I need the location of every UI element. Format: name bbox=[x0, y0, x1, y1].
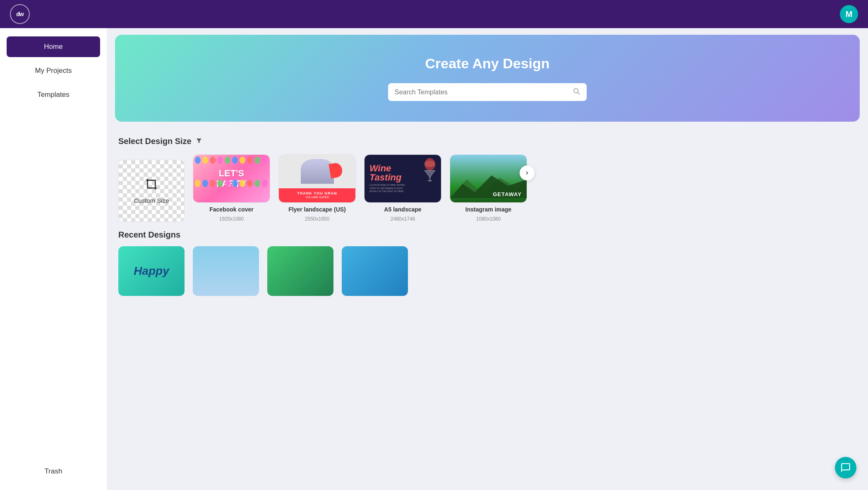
recent-design-card-4[interactable] bbox=[342, 246, 408, 296]
design-card-custom[interactable]: Custom Size bbox=[118, 160, 185, 222]
facebook-cover-dimensions: 1920x1080 bbox=[219, 216, 244, 222]
svg-point-4 bbox=[424, 161, 435, 167]
recent-card-1-text: Happy bbox=[130, 261, 173, 281]
main-layout: Home My Projects Templates Trash Create … bbox=[0, 28, 868, 490]
recent-designs-title: Recent Designs bbox=[118, 230, 856, 240]
wine-glass-illustration bbox=[424, 158, 436, 183]
chat-button[interactable] bbox=[835, 457, 856, 478]
a5-preview-title: WineTasting bbox=[369, 164, 401, 182]
flyer-landscape-thumbnail: THANK YOU GRAN YOU ARE SUPER bbox=[278, 154, 356, 203]
balloon-decorations bbox=[193, 155, 270, 202]
svg-marker-2 bbox=[197, 139, 201, 143]
search-bar bbox=[388, 83, 587, 101]
recent-design-card-3[interactable] bbox=[267, 246, 333, 296]
flyer-bottom-area: THANK YOU GRAN YOU ARE SUPER bbox=[279, 188, 355, 203]
recent-design-card-1[interactable]: Happy bbox=[118, 246, 185, 296]
app-logo[interactable]: dw bbox=[10, 4, 30, 24]
sidebar: Home My Projects Templates Trash bbox=[0, 28, 107, 490]
crop-icon bbox=[145, 178, 158, 194]
flyer-landscape-label: Flyer landscape (US) bbox=[288, 206, 346, 213]
design-size-title: Select Design Size bbox=[118, 137, 856, 146]
design-card-instagram-image[interactable]: GETAWAY Instagram image 1080x1080 bbox=[450, 154, 527, 222]
search-input[interactable] bbox=[395, 89, 568, 96]
a5-landscape-dimensions: 2480x1748 bbox=[391, 216, 415, 222]
sidebar-item-home[interactable]: Home bbox=[7, 36, 100, 57]
cape-illustration bbox=[328, 162, 343, 179]
navbar: dw M bbox=[0, 0, 868, 28]
content-area: Create Any Design Select Design Size bbox=[107, 28, 868, 490]
facebook-cover-thumbnail: LET'SPARTY bbox=[193, 154, 270, 203]
design-card-flyer-landscape[interactable]: THANK YOU GRAN YOU ARE SUPER Flyer lands… bbox=[278, 154, 356, 222]
design-card-facebook-cover[interactable]: LET'SPARTY Facebook cover 1920x1080 bbox=[193, 154, 270, 222]
instagram-image-thumbnail: GETAWAY bbox=[450, 154, 527, 203]
hero-banner: Create Any Design bbox=[115, 35, 860, 122]
search-icon bbox=[573, 87, 580, 97]
sidebar-item-my-projects[interactable]: My Projects bbox=[7, 60, 100, 81]
filter-icon[interactable] bbox=[196, 137, 202, 145]
facebook-cover-label: Facebook cover bbox=[209, 206, 254, 213]
sidebar-item-templates[interactable]: Templates bbox=[7, 84, 100, 105]
a5-landscape-label: A5 landscape bbox=[384, 206, 421, 213]
sidebar-item-trash[interactable]: Trash bbox=[7, 461, 100, 482]
svg-line-1 bbox=[578, 93, 580, 94]
carousel-next-button[interactable] bbox=[520, 166, 535, 180]
recent-design-card-2[interactable] bbox=[193, 246, 259, 296]
hero-title: Create Any Design bbox=[425, 55, 549, 72]
design-cards-container: Custom Size bbox=[118, 154, 856, 222]
instagram-image-label: Instagram image bbox=[465, 206, 511, 213]
person-illustration bbox=[301, 159, 334, 184]
instagram-image-dimensions: 1080x1080 bbox=[476, 216, 501, 222]
user-avatar[interactable]: M bbox=[840, 5, 858, 23]
svg-point-0 bbox=[574, 89, 578, 93]
insta-text-overlay: GETAWAY bbox=[493, 191, 522, 197]
design-card-a5-landscape[interactable]: WineTasting LOCATION HERE OF WINE TASTIN… bbox=[364, 154, 441, 222]
flyer-top-area bbox=[279, 155, 355, 188]
a5-landscape-thumbnail: WineTasting LOCATION HERE OF WINE TASTIN… bbox=[364, 154, 441, 203]
custom-size-thumbnail: Custom Size bbox=[118, 160, 185, 222]
a5-preview-subtitle: LOCATION HERE OF WINE TASTINGTENTH OF SE… bbox=[369, 184, 405, 193]
recent-designs-section: Recent Designs Happy bbox=[107, 230, 868, 304]
custom-size-label: Custom Size bbox=[134, 197, 169, 204]
mountains-illustration bbox=[450, 169, 527, 202]
design-size-section: Select Design Size Custo bbox=[107, 128, 868, 230]
flyer-landscape-dimensions: 2550x1650 bbox=[305, 216, 329, 222]
sidebar-spacer bbox=[7, 108, 100, 458]
recent-cards-container: Happy bbox=[118, 246, 856, 296]
